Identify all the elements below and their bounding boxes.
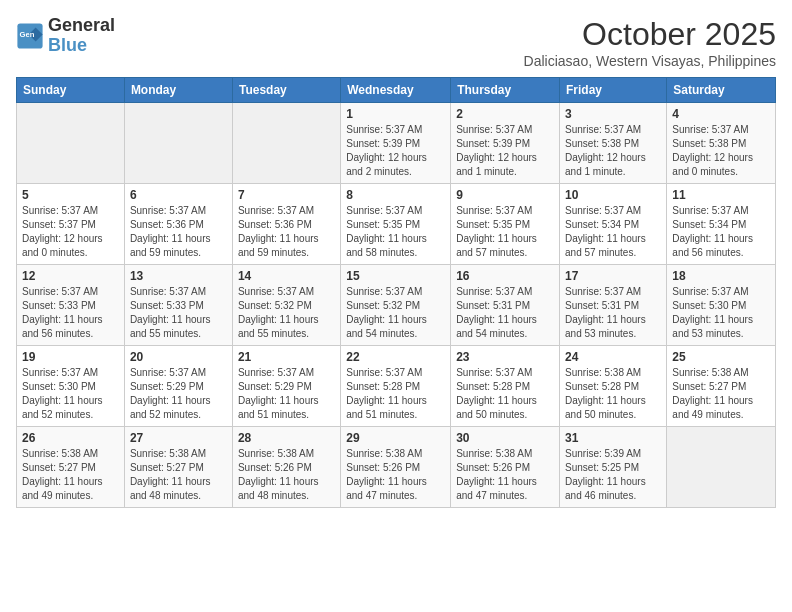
calendar-day-cell: 21Sunrise: 5:37 AM Sunset: 5:29 PM Dayli… bbox=[232, 346, 340, 427]
weekday-header-friday: Friday bbox=[560, 78, 667, 103]
day-number: 13 bbox=[130, 269, 227, 283]
day-number: 10 bbox=[565, 188, 661, 202]
weekday-header-sunday: Sunday bbox=[17, 78, 125, 103]
day-detail: Sunrise: 5:37 AM Sunset: 5:28 PM Dayligh… bbox=[456, 366, 554, 422]
calendar-day-cell: 31Sunrise: 5:39 AM Sunset: 5:25 PM Dayli… bbox=[560, 427, 667, 508]
day-detail: Sunrise: 5:37 AM Sunset: 5:37 PM Dayligh… bbox=[22, 204, 119, 260]
day-detail: Sunrise: 5:37 AM Sunset: 5:33 PM Dayligh… bbox=[130, 285, 227, 341]
day-number: 24 bbox=[565, 350, 661, 364]
day-detail: Sunrise: 5:38 AM Sunset: 5:26 PM Dayligh… bbox=[238, 447, 335, 503]
calendar-day-cell: 28Sunrise: 5:38 AM Sunset: 5:26 PM Dayli… bbox=[232, 427, 340, 508]
calendar-day-cell: 24Sunrise: 5:38 AM Sunset: 5:28 PM Dayli… bbox=[560, 346, 667, 427]
calendar-day-cell: 30Sunrise: 5:38 AM Sunset: 5:26 PM Dayli… bbox=[451, 427, 560, 508]
day-number: 7 bbox=[238, 188, 335, 202]
calendar-day-cell: 25Sunrise: 5:38 AM Sunset: 5:27 PM Dayli… bbox=[667, 346, 776, 427]
day-detail: Sunrise: 5:38 AM Sunset: 5:27 PM Dayligh… bbox=[672, 366, 770, 422]
calendar-table: SundayMondayTuesdayWednesdayThursdayFrid… bbox=[16, 77, 776, 508]
logo-text-line1: General bbox=[48, 16, 115, 36]
day-number: 5 bbox=[22, 188, 119, 202]
calendar-day-cell: 26Sunrise: 5:38 AM Sunset: 5:27 PM Dayli… bbox=[17, 427, 125, 508]
day-detail: Sunrise: 5:37 AM Sunset: 5:35 PM Dayligh… bbox=[346, 204, 445, 260]
calendar-day-cell: 27Sunrise: 5:38 AM Sunset: 5:27 PM Dayli… bbox=[124, 427, 232, 508]
day-detail: Sunrise: 5:37 AM Sunset: 5:39 PM Dayligh… bbox=[456, 123, 554, 179]
day-detail: Sunrise: 5:37 AM Sunset: 5:32 PM Dayligh… bbox=[346, 285, 445, 341]
day-number: 26 bbox=[22, 431, 119, 445]
day-number: 30 bbox=[456, 431, 554, 445]
calendar-day-cell: 13Sunrise: 5:37 AM Sunset: 5:33 PM Dayli… bbox=[124, 265, 232, 346]
day-detail: Sunrise: 5:38 AM Sunset: 5:28 PM Dayligh… bbox=[565, 366, 661, 422]
day-number: 8 bbox=[346, 188, 445, 202]
day-number: 16 bbox=[456, 269, 554, 283]
day-number: 27 bbox=[130, 431, 227, 445]
day-detail: Sunrise: 5:37 AM Sunset: 5:38 PM Dayligh… bbox=[565, 123, 661, 179]
weekday-header-row: SundayMondayTuesdayWednesdayThursdayFrid… bbox=[17, 78, 776, 103]
day-number: 18 bbox=[672, 269, 770, 283]
calendar-day-cell: 16Sunrise: 5:37 AM Sunset: 5:31 PM Dayli… bbox=[451, 265, 560, 346]
calendar-day-cell: 18Sunrise: 5:37 AM Sunset: 5:30 PM Dayli… bbox=[667, 265, 776, 346]
calendar-week-row: 26Sunrise: 5:38 AM Sunset: 5:27 PM Dayli… bbox=[17, 427, 776, 508]
logo: Gen General Blue bbox=[16, 16, 115, 56]
day-detail: Sunrise: 5:37 AM Sunset: 5:36 PM Dayligh… bbox=[238, 204, 335, 260]
calendar-day-cell: 12Sunrise: 5:37 AM Sunset: 5:33 PM Dayli… bbox=[17, 265, 125, 346]
day-number: 20 bbox=[130, 350, 227, 364]
svg-text:Gen: Gen bbox=[20, 30, 35, 39]
location-title: Daliciasao, Western Visayas, Philippines bbox=[524, 53, 776, 69]
calendar-day-cell: 20Sunrise: 5:37 AM Sunset: 5:29 PM Dayli… bbox=[124, 346, 232, 427]
calendar-day-cell: 9Sunrise: 5:37 AM Sunset: 5:35 PM Daylig… bbox=[451, 184, 560, 265]
calendar-day-cell bbox=[232, 103, 340, 184]
weekday-header-thursday: Thursday bbox=[451, 78, 560, 103]
day-detail: Sunrise: 5:38 AM Sunset: 5:26 PM Dayligh… bbox=[346, 447, 445, 503]
day-detail: Sunrise: 5:37 AM Sunset: 5:29 PM Dayligh… bbox=[130, 366, 227, 422]
day-detail: Sunrise: 5:37 AM Sunset: 5:36 PM Dayligh… bbox=[130, 204, 227, 260]
day-number: 19 bbox=[22, 350, 119, 364]
calendar-day-cell: 29Sunrise: 5:38 AM Sunset: 5:26 PM Dayli… bbox=[341, 427, 451, 508]
day-number: 28 bbox=[238, 431, 335, 445]
day-detail: Sunrise: 5:37 AM Sunset: 5:32 PM Dayligh… bbox=[238, 285, 335, 341]
calendar-day-cell: 6Sunrise: 5:37 AM Sunset: 5:36 PM Daylig… bbox=[124, 184, 232, 265]
calendar-day-cell: 22Sunrise: 5:37 AM Sunset: 5:28 PM Dayli… bbox=[341, 346, 451, 427]
day-detail: Sunrise: 5:37 AM Sunset: 5:34 PM Dayligh… bbox=[672, 204, 770, 260]
day-detail: Sunrise: 5:38 AM Sunset: 5:27 PM Dayligh… bbox=[130, 447, 227, 503]
day-detail: Sunrise: 5:37 AM Sunset: 5:38 PM Dayligh… bbox=[672, 123, 770, 179]
day-detail: Sunrise: 5:38 AM Sunset: 5:26 PM Dayligh… bbox=[456, 447, 554, 503]
calendar-day-cell: 10Sunrise: 5:37 AM Sunset: 5:34 PM Dayli… bbox=[560, 184, 667, 265]
weekday-header-tuesday: Tuesday bbox=[232, 78, 340, 103]
day-detail: Sunrise: 5:38 AM Sunset: 5:27 PM Dayligh… bbox=[22, 447, 119, 503]
day-number: 29 bbox=[346, 431, 445, 445]
day-number: 23 bbox=[456, 350, 554, 364]
calendar-day-cell: 2Sunrise: 5:37 AM Sunset: 5:39 PM Daylig… bbox=[451, 103, 560, 184]
calendar-day-cell bbox=[667, 427, 776, 508]
day-number: 17 bbox=[565, 269, 661, 283]
day-number: 9 bbox=[456, 188, 554, 202]
weekday-header-wednesday: Wednesday bbox=[341, 78, 451, 103]
day-number: 21 bbox=[238, 350, 335, 364]
title-block: October 2025 Daliciasao, Western Visayas… bbox=[524, 16, 776, 69]
logo-icon: Gen bbox=[16, 22, 44, 50]
day-number: 22 bbox=[346, 350, 445, 364]
calendar-day-cell: 17Sunrise: 5:37 AM Sunset: 5:31 PM Dayli… bbox=[560, 265, 667, 346]
calendar-day-cell: 14Sunrise: 5:37 AM Sunset: 5:32 PM Dayli… bbox=[232, 265, 340, 346]
weekday-header-saturday: Saturday bbox=[667, 78, 776, 103]
calendar-day-cell: 23Sunrise: 5:37 AM Sunset: 5:28 PM Dayli… bbox=[451, 346, 560, 427]
day-number: 11 bbox=[672, 188, 770, 202]
calendar-day-cell bbox=[17, 103, 125, 184]
day-detail: Sunrise: 5:37 AM Sunset: 5:39 PM Dayligh… bbox=[346, 123, 445, 179]
calendar-week-row: 1Sunrise: 5:37 AM Sunset: 5:39 PM Daylig… bbox=[17, 103, 776, 184]
calendar-week-row: 12Sunrise: 5:37 AM Sunset: 5:33 PM Dayli… bbox=[17, 265, 776, 346]
calendar-day-cell: 4Sunrise: 5:37 AM Sunset: 5:38 PM Daylig… bbox=[667, 103, 776, 184]
day-number: 25 bbox=[672, 350, 770, 364]
calendar-day-cell: 3Sunrise: 5:37 AM Sunset: 5:38 PM Daylig… bbox=[560, 103, 667, 184]
calendar-day-cell bbox=[124, 103, 232, 184]
calendar-day-cell: 11Sunrise: 5:37 AM Sunset: 5:34 PM Dayli… bbox=[667, 184, 776, 265]
day-number: 31 bbox=[565, 431, 661, 445]
calendar-day-cell: 15Sunrise: 5:37 AM Sunset: 5:32 PM Dayli… bbox=[341, 265, 451, 346]
calendar-day-cell: 7Sunrise: 5:37 AM Sunset: 5:36 PM Daylig… bbox=[232, 184, 340, 265]
calendar-day-cell: 5Sunrise: 5:37 AM Sunset: 5:37 PM Daylig… bbox=[17, 184, 125, 265]
page-header: Gen General Blue October 2025 Daliciasao… bbox=[16, 16, 776, 69]
day-detail: Sunrise: 5:37 AM Sunset: 5:35 PM Dayligh… bbox=[456, 204, 554, 260]
weekday-header-monday: Monday bbox=[124, 78, 232, 103]
day-number: 6 bbox=[130, 188, 227, 202]
day-number: 14 bbox=[238, 269, 335, 283]
calendar-week-row: 5Sunrise: 5:37 AM Sunset: 5:37 PM Daylig… bbox=[17, 184, 776, 265]
day-detail: Sunrise: 5:37 AM Sunset: 5:34 PM Dayligh… bbox=[565, 204, 661, 260]
